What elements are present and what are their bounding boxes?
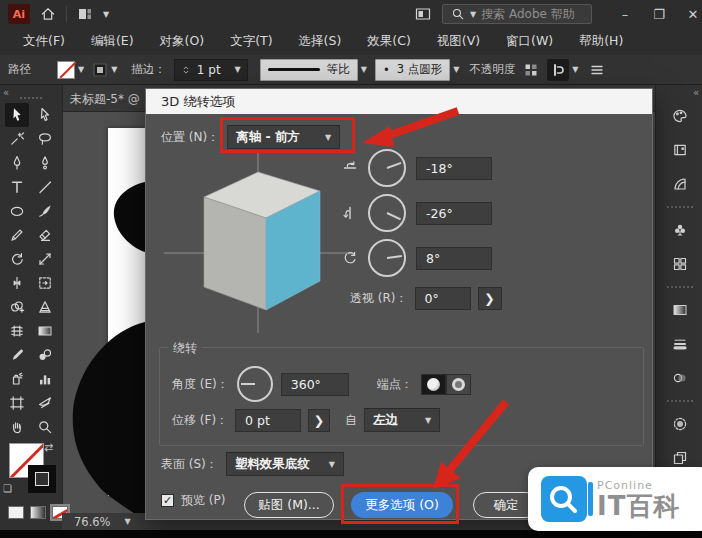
minimize-button[interactable]: – xyxy=(608,2,642,26)
symbols-panel[interactable] xyxy=(656,213,702,247)
eyedropper-tool[interactable] xyxy=(5,343,29,367)
lasso-tool[interactable] xyxy=(33,127,57,151)
stepper-icon[interactable] xyxy=(181,63,191,77)
rotation-field-1[interactable]: -18° xyxy=(416,157,492,180)
chevron-down-icon[interactable]: ▼ xyxy=(78,65,84,74)
offset-field[interactable]: 0 pt xyxy=(235,409,301,432)
rotation-dial-3[interactable] xyxy=(368,239,406,277)
chevron-down-icon[interactable]: ▼ xyxy=(111,65,117,74)
gradient-tool[interactable] xyxy=(33,319,57,343)
recolor-artwork-icon[interactable] xyxy=(523,62,539,78)
search-input[interactable]: ▼ 搜索 Adobe 帮助 xyxy=(442,4,592,24)
symbol-sprayer-tool[interactable] xyxy=(5,367,29,391)
panel-drag-handle[interactable] xyxy=(667,400,693,402)
magic-wand-tool[interactable] xyxy=(5,127,29,151)
blend-tool[interactable] xyxy=(33,343,57,367)
type-tool[interactable] xyxy=(5,175,29,199)
cap-open-button[interactable] xyxy=(446,374,471,395)
perspective-field[interactable]: 0° xyxy=(415,287,471,310)
shape-builder-tool[interactable] xyxy=(5,295,29,319)
appearance-panel[interactable] xyxy=(656,407,702,441)
menu-item-3[interactable]: 对象(O) xyxy=(147,28,218,55)
hand-tool[interactable] xyxy=(5,415,29,439)
zoom-tool[interactable] xyxy=(33,415,57,439)
stroke-color-none-swatch[interactable] xyxy=(57,61,75,79)
selection-tool[interactable] xyxy=(5,103,29,127)
stroke-panel[interactable] xyxy=(656,327,702,361)
swap-fill-stroke-icon[interactable]: ⇄ xyxy=(44,441,53,454)
brushes-panel[interactable] xyxy=(656,167,702,201)
column-graph-tool[interactable] xyxy=(33,367,57,391)
mesh-tool[interactable] xyxy=(5,319,29,343)
arrange-documents-icon[interactable] xyxy=(414,6,432,22)
brush-definition-select[interactable]: • 3 点圆形 xyxy=(375,59,450,81)
perspective-grid-tool[interactable] xyxy=(33,295,57,319)
vase-silhouette-shape[interactable] xyxy=(62,85,145,538)
fill-indicator-icon[interactable] xyxy=(92,62,108,78)
surface-select[interactable]: 塑料效果底纹 ▼ xyxy=(226,452,344,476)
rotation-dial-1[interactable] xyxy=(368,149,406,187)
transparency-panel[interactable] xyxy=(656,361,702,395)
collapse-panel-icon[interactable]: « xyxy=(3,87,9,98)
track-cube-preview[interactable] xyxy=(151,141,371,341)
angle-dial[interactable] xyxy=(237,366,273,402)
maximize-button[interactable]: ❐ xyxy=(642,2,676,26)
panel-drag-handle[interactable] xyxy=(667,286,693,288)
panel-drag-handle[interactable] xyxy=(20,97,42,99)
rotation-field-3[interactable]: 8° xyxy=(416,247,492,270)
chevron-down-icon[interactable]: ▼ xyxy=(361,65,367,74)
line-segment-tool[interactable] xyxy=(33,175,57,199)
rotate-tool[interactable] xyxy=(5,247,29,271)
width-tool[interactable] xyxy=(5,271,29,295)
opacity-label[interactable]: 不透明度 xyxy=(469,62,515,77)
chevron-down-icon[interactable]: ▼ xyxy=(103,10,109,19)
chevron-down-icon[interactable]: ▼ xyxy=(235,65,241,74)
graphic-style-icon[interactable] xyxy=(547,59,569,81)
pen-tool[interactable] xyxy=(5,151,29,175)
dialog-title[interactable]: 3D 绕转选项 xyxy=(146,89,652,114)
menu-item-1[interactable]: 文件(F) xyxy=(10,28,78,55)
default-fill-stroke-icon[interactable]: ❏ xyxy=(3,483,12,494)
scale-tool[interactable] xyxy=(33,247,57,271)
perspective-expand-button[interactable]: ❯ xyxy=(478,287,502,310)
free-transform-tool[interactable] xyxy=(33,271,57,295)
offset-from-select[interactable]: 左边 ▼ xyxy=(364,408,440,432)
cap-solid-button[interactable] xyxy=(421,374,446,395)
artboard-tool[interactable] xyxy=(5,391,29,415)
more-options-button[interactable]: 更多选项 (O) xyxy=(351,492,453,518)
color-panel[interactable] xyxy=(656,99,702,133)
menu-item-8[interactable]: 窗口(W) xyxy=(493,28,566,55)
color-mode-button[interactable] xyxy=(8,506,24,519)
map-art-button[interactable]: 贴图 (M)... xyxy=(244,492,334,518)
offset-expand-button[interactable]: ❯ xyxy=(308,409,330,432)
menu-item-6[interactable]: 效果(C) xyxy=(354,28,423,55)
variable-width-profile-select[interactable]: 等比 xyxy=(260,59,358,81)
gradient-panel[interactable] xyxy=(656,293,702,327)
panel-menu-icon[interactable] xyxy=(589,62,605,78)
rotation-field-2[interactable]: -26° xyxy=(416,202,492,225)
menu-item-2[interactable]: 编辑(E) xyxy=(78,28,147,55)
direct-selection-tool[interactable] xyxy=(33,103,57,127)
rotation-dial-2[interactable] xyxy=(368,194,406,232)
panel-drag-handle[interactable] xyxy=(667,206,693,208)
ellipse-tool[interactable] xyxy=(5,199,29,223)
pattern-panel[interactable] xyxy=(656,247,702,281)
collapse-dock-icon[interactable]: « xyxy=(693,87,699,98)
workspace-layout-icon[interactable] xyxy=(77,6,93,22)
swatches-panel[interactable] xyxy=(656,133,702,167)
shaper-tool[interactable] xyxy=(5,223,29,247)
menu-item-4[interactable]: 文字(T) xyxy=(217,28,285,55)
chevron-down-icon[interactable]: ▼ xyxy=(125,517,131,526)
zoom-level-value[interactable]: 76.6% xyxy=(74,515,111,529)
menu-item-9[interactable]: 帮助(H) xyxy=(566,28,636,55)
slice-tool[interactable] xyxy=(33,391,57,415)
stroke-color-swatch[interactable] xyxy=(28,465,56,493)
menu-item-7[interactable]: 视图(V) xyxy=(424,28,493,55)
angle-field[interactable]: 360° xyxy=(281,373,349,396)
menu-item-5[interactable]: 选择(S) xyxy=(286,28,355,55)
chevron-down-icon[interactable]: ▼ xyxy=(572,65,578,74)
chevron-down-icon[interactable]: ▼ xyxy=(453,65,459,74)
gradient-mode-button[interactable] xyxy=(30,506,46,519)
paintbrush-tool[interactable] xyxy=(33,199,57,223)
eraser-tool[interactable] xyxy=(33,223,57,247)
